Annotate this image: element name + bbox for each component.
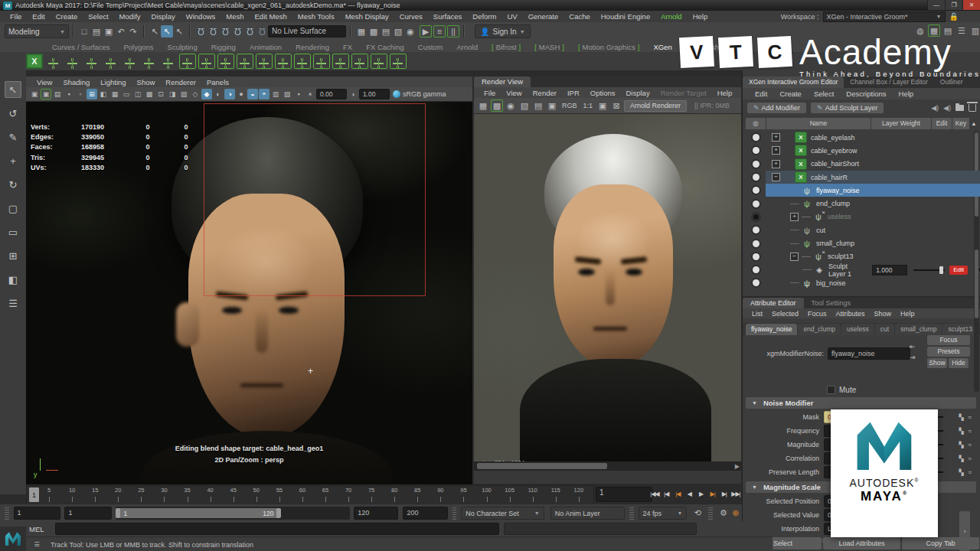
select-object-icon[interactable]: ↖ — [149, 25, 161, 37]
single-pane-layout-icon[interactable]: ▭ — [5, 223, 21, 240]
menu-item[interactable]: Arnold — [655, 12, 687, 21]
xgen-shelf-tool-icon[interactable] — [237, 54, 253, 69]
make-live-icon[interactable]: Ω — [256, 25, 268, 37]
lights-icon[interactable]: ◑ — [224, 89, 235, 99]
xgen-shelf-tool-icon[interactable] — [256, 54, 273, 69]
xgen-shelf-tool-icon[interactable] — [351, 54, 368, 69]
render-view-menu-item[interactable]: Render Target — [655, 89, 712, 97]
solo-audio-icon[interactable]: ◀) — [943, 104, 951, 112]
four-pane-layout-icon[interactable]: ⊞ — [5, 247, 21, 264]
xgen-tree-row[interactable]: + cable_eyebrow — [743, 144, 980, 157]
film-gate-icon[interactable]: ▭ — [121, 89, 132, 99]
playback-loop-icon[interactable]: ⟲ — [691, 507, 704, 520]
shelf-tab[interactable]: Rendering — [289, 42, 335, 52]
open-scene-icon[interactable]: ▤ — [90, 25, 103, 37]
xgen-tree-row[interactable]: small_clump — [743, 236, 980, 249]
last-tool-icon[interactable]: ▢ — [5, 200, 21, 217]
xgen-shelf-tool-icon[interactable] — [64, 54, 81, 69]
live-surface-field[interactable]: No Live Surface — [268, 25, 346, 37]
edit-column-header[interactable]: Edit — [932, 118, 952, 129]
key-column-header[interactable]: Key — [952, 118, 969, 129]
drag-handle[interactable] — [5, 507, 9, 520]
ipr-render-icon[interactable]: ▧ — [518, 99, 531, 112]
playback-start-field[interactable]: 1 — [64, 507, 112, 520]
focus-button[interactable]: Focus — [927, 335, 970, 345]
expand-toggle[interactable]: + — [772, 160, 780, 168]
attribute-editor-tab[interactable]: Attribute Editor — [743, 298, 804, 308]
undo-icon[interactable]: ↶ — [115, 25, 127, 37]
render-settings-icon[interactable]: ▤ — [380, 25, 392, 37]
xgen-shelf-tool-icon[interactable] — [275, 54, 292, 69]
ao-icon[interactable]: ◒ — [247, 89, 258, 99]
menu-item[interactable]: Mesh — [220, 12, 249, 21]
textured-icon[interactable]: ◐ — [213, 89, 224, 99]
shelf-tab[interactable]: Rigging — [205, 42, 242, 52]
wireframe-icon[interactable]: ◇ — [190, 89, 201, 99]
menu-item[interactable]: File — [5, 12, 27, 21]
rotate-tool-icon[interactable]: ↻ — [5, 176, 21, 193]
animation-preferences-icon[interactable]: ⚙ — [717, 507, 730, 520]
sculpt-edit-button[interactable]: Edit — [949, 266, 968, 275]
attribute-editor-menu-item[interactable]: Attributes — [831, 310, 870, 318]
menu-item[interactable]: Help — [688, 12, 714, 21]
attribute-editor-menu-item[interactable]: Show — [870, 310, 897, 318]
rgb-channels-button[interactable]: RGB — [560, 102, 580, 109]
pause-ipr-icon[interactable]: ▤ — [532, 99, 544, 112]
attribute-editor-tab[interactable]: Tool Settings — [804, 298, 859, 308]
render-view-menu-item[interactable]: Help — [712, 89, 738, 97]
menu-item[interactable]: Generate — [523, 12, 564, 21]
viewport-canvas[interactable]: Verts:170190 00 Edges:339050 00 Faces:16… — [26, 102, 472, 484]
safe-action-icon[interactable]: ◨ — [167, 89, 178, 99]
workspace-dropdown[interactable]: XGen - Interactive Groom*▼ — [823, 11, 946, 22]
shelf-tab[interactable]: FX — [337, 42, 358, 52]
xgen-menu-item[interactable]: Create — [773, 90, 808, 98]
render-view-menu-item[interactable]: IPR — [562, 89, 585, 97]
shelf-tab[interactable]: Polygons — [118, 42, 160, 52]
lock-icon[interactable]: 🔒 — [949, 12, 959, 21]
xgen-tree-row[interactable]: − cable_hairR — [743, 171, 980, 184]
visibility-dot[interactable] — [753, 187, 760, 194]
xray-icon[interactable]: ▨ — [282, 89, 292, 99]
presets-button[interactable]: Presets — [927, 347, 970, 357]
xgen-shelf-tool-icon[interactable] — [294, 54, 311, 69]
scroll-right-arrow[interactable]: ▶ — [735, 463, 740, 470]
grid-icon[interactable]: ▦ — [109, 89, 120, 99]
menu-item[interactable]: Modify — [114, 12, 146, 21]
xgen-tree-row[interactable]: cut — [743, 223, 980, 236]
node-tab[interactable]: useless — [841, 324, 874, 335]
exposure-field[interactable]: 0.00 — [316, 89, 347, 99]
shelf-tab[interactable]: XGen — [647, 42, 678, 52]
mute-checkbox[interactable] — [827, 386, 835, 394]
menu-item[interactable]: Create — [51, 12, 83, 21]
xgen-menu-item[interactable]: Help — [893, 90, 920, 98]
snap-to-curve-icon[interactable]: Ω — [207, 25, 219, 37]
attribute-editor-menu-item[interactable]: Help — [896, 310, 920, 318]
keep-image-icon[interactable]: ▣ — [596, 99, 609, 112]
map-button[interactable]: ▚ — [959, 469, 963, 476]
menu-set-dropdown[interactable]: Modeling▼ — [5, 24, 69, 38]
xgen-tree-row[interactable]: end_clump — [743, 197, 980, 210]
expand-toggle[interactable]: + — [772, 146, 780, 155]
new-folder-icon[interactable] — [956, 105, 964, 111]
keyable-icon[interactable]: ≈ — [969, 428, 972, 435]
shelf-tab[interactable]: Arnold — [451, 42, 484, 52]
menu-item[interactable]: Houdini Engine — [596, 12, 655, 21]
right-panel-tab[interactable]: XGen Interactive Groom Editor — [743, 77, 844, 88]
xgen-tree-row[interactable]: big_noise — [743, 276, 980, 289]
playback-end-field[interactable]: 120 — [354, 507, 398, 520]
ratio-button[interactable]: 1:1 — [581, 102, 596, 109]
gamma-field[interactable]: 1.00 — [359, 89, 390, 99]
tool-settings-toggle-icon[interactable]: ☰ — [956, 24, 968, 37]
noise-modifier-section-header[interactable]: ▼ Noise Modifier — [746, 397, 976, 409]
move-tool-icon[interactable]: + — [5, 152, 21, 169]
motion-blur-icon[interactable]: ◓ — [259, 89, 270, 99]
save-scene-icon[interactable]: ▣ — [103, 25, 115, 37]
shelf-tab[interactable]: Bifrost — [485, 42, 527, 52]
delete-icon[interactable] — [969, 104, 976, 112]
xgen-shelf-tool-icon[interactable] — [103, 54, 119, 69]
node-tab[interactable]: flyaway_noise — [746, 324, 797, 335]
xgen-shelf-tool-icon[interactable] — [122, 54, 139, 69]
menu-item[interactable]: Mesh Display — [340, 12, 394, 21]
node-tab[interactable]: sculpt13 — [942, 324, 978, 335]
xgen-tree-row[interactable]: + cable_hairShort — [743, 158, 980, 171]
